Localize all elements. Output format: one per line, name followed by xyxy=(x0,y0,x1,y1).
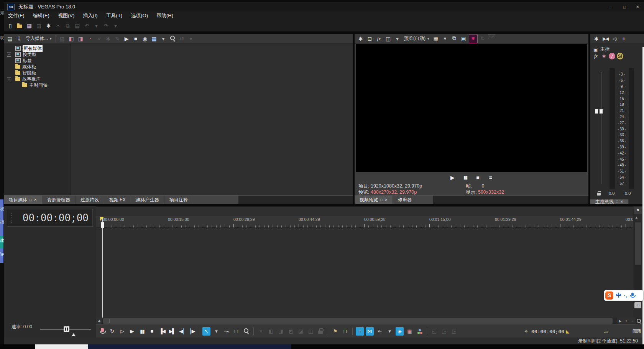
auto-ripple-icon[interactable]: ⇤ xyxy=(376,327,384,336)
tab-trimmer[interactable]: 修剪器 □ ✕ xyxy=(393,196,417,204)
zoom-tool-icon[interactable] xyxy=(636,318,642,324)
copy-icon[interactable]: ⧉ xyxy=(64,21,72,30)
prev-frame-icon[interactable]: ◀│ xyxy=(178,327,186,336)
loop-bar-icon[interactable]: ▱ xyxy=(604,325,608,338)
split-trim-start-icon[interactable]: ◩ xyxy=(287,327,295,336)
edit-media-icon[interactable]: ✎ xyxy=(113,35,122,43)
edit-tool-icon[interactable]: ↖ xyxy=(202,327,210,336)
separator[interactable] xyxy=(352,328,353,335)
rate-reset-icon[interactable] xyxy=(72,333,76,336)
record-icon[interactable] xyxy=(98,327,106,336)
save-project-icon[interactable]: ▦ xyxy=(25,21,33,30)
media-list-area[interactable] xyxy=(71,44,353,196)
capture-video-icon[interactable]: ◧ xyxy=(67,35,76,43)
selection-tool-icon[interactable]: ◻ xyxy=(232,327,240,336)
float-window-icon[interactable]: □ xyxy=(616,198,618,206)
separator[interactable] xyxy=(328,328,328,335)
views-icon[interactable]: ▦ xyxy=(150,35,158,43)
media-properties-icon[interactable]: ✱ xyxy=(104,35,112,43)
close-icon[interactable]: ✕ xyxy=(620,198,623,206)
pause-icon[interactable]: ▮▮ xyxy=(138,327,146,336)
grid-overlay-icon[interactable]: ▦ xyxy=(432,34,440,43)
bus-solo-icon[interactable]: S! xyxy=(617,53,623,59)
float-window-icon[interactable]: □ xyxy=(30,196,31,204)
scroll-left-icon[interactable]: ◀ xyxy=(96,318,102,324)
separator[interactable] xyxy=(199,328,199,335)
ime-punctuation-icon[interactable]: ·, xyxy=(624,293,627,298)
undo-icon[interactable]: ↶ xyxy=(83,21,91,30)
play-from-start-icon[interactable]: ▷ xyxy=(118,327,126,336)
bus-automation-icon[interactable]: ✱ xyxy=(601,53,607,59)
copy-frame-icon[interactable]: ⧉ xyxy=(450,34,458,43)
refresh-caret-icon[interactable]: ▾ xyxy=(187,35,195,43)
group-add-icon[interactable]: ◳ xyxy=(450,327,458,336)
external-monitor-icon[interactable]: ⊡ xyxy=(366,35,374,43)
lock-icon[interactable] xyxy=(317,327,325,336)
menu-file[interactable]: 文件(F) xyxy=(4,12,29,20)
close-icon[interactable]: ✕ xyxy=(384,196,388,204)
undo-caret-icon[interactable]: ▾ xyxy=(92,21,100,30)
tab-project-notes[interactable]: 项目注释 □ ✕ xyxy=(164,196,193,204)
redo-caret-icon[interactable]: ▾ xyxy=(112,21,120,30)
loop-playback-icon[interactable]: ↻ xyxy=(108,327,116,336)
close-button[interactable]: ✕ xyxy=(631,2,644,12)
get-media-web-icon[interactable]: ◔ xyxy=(86,35,94,43)
cut-icon[interactable]: ✂ xyxy=(54,21,62,30)
zoom-in-timeline-button[interactable]: + xyxy=(623,318,629,324)
slip-tool-icon[interactable]: ▣ xyxy=(406,327,414,336)
tab-explorer[interactable]: 资源管理器 □ ✕ xyxy=(42,196,76,204)
bus-record-icon[interactable]: ╱ xyxy=(609,53,615,59)
tree-item-storyboards[interactable]: − 故事板库 xyxy=(4,76,70,82)
video-preview-canvas[interactable] xyxy=(356,44,587,172)
redo-icon[interactable]: ↷ xyxy=(102,21,110,30)
timecode-display[interactable]: 00:00:00;00 xyxy=(7,209,93,227)
menu-help[interactable]: 帮助(H) xyxy=(152,12,177,20)
vr-preview-icon[interactable]: ↻ xyxy=(479,34,487,43)
import-media-icon[interactable]: ↧ xyxy=(15,35,23,43)
paste-icon[interactable]: ▤ xyxy=(73,21,81,30)
mixer-settings-icon[interactable]: ✱ xyxy=(592,35,600,43)
new-project-icon[interactable]: ▯ xyxy=(6,21,14,30)
master-fader-track[interactable] xyxy=(601,72,601,184)
tree-item-smart-bins[interactable]: 智能柜 xyxy=(4,70,70,76)
next-frame-icon[interactable]: │▶ xyxy=(188,327,196,336)
delete-icon[interactable]: × xyxy=(257,327,265,336)
expander-icon[interactable]: + xyxy=(7,53,11,57)
open-project-icon[interactable] xyxy=(16,21,24,30)
marker-bar[interactable] xyxy=(96,207,633,216)
track-colors-icon[interactable] xyxy=(416,327,424,336)
preview-settings-icon[interactable]: ✱ xyxy=(356,35,365,43)
cursor-position-pin-icon[interactable]: ⌖ xyxy=(522,327,530,336)
import-media-button[interactable]: 导入媒体... ▾ xyxy=(24,35,53,42)
horizontal-scroll-track[interactable] xyxy=(102,318,617,324)
extract-audio-icon[interactable]: ◨ xyxy=(77,35,85,43)
horizontal-scroll-thumb[interactable] xyxy=(103,318,613,324)
render-as-icon[interactable]: ▨ xyxy=(35,21,43,30)
slide-icon[interactable]: ◫ xyxy=(307,327,315,336)
edit-tool-caret-icon[interactable]: ▾ xyxy=(212,327,220,336)
tab-video-preview[interactable]: 视频预览 □ ✕ xyxy=(355,196,393,204)
envelope-lock-icon[interactable]: ◈ xyxy=(396,327,404,336)
sogou-logo-icon[interactable]: S xyxy=(605,291,613,300)
remove-media-icon[interactable]: × xyxy=(95,35,103,43)
trim-end-icon[interactable]: ◨ xyxy=(277,327,285,336)
lock-icon[interactable] xyxy=(596,190,602,197)
tree-item-tags[interactable]: 标签 xyxy=(4,58,70,64)
close-icon[interactable]: ✕ xyxy=(34,196,37,204)
timeline-ruler[interactable]: 00:00:00;0000:00:15;0000:00:29;2900:00:4… xyxy=(96,216,633,228)
insert-audio-bus-icon[interactable]: ◁↓ xyxy=(611,35,619,43)
preview-stop-icon[interactable]: ■ xyxy=(474,173,482,182)
cursor-timecode[interactable]: 00:00:00;00 xyxy=(531,325,564,338)
project-properties-icon[interactable]: ✱ xyxy=(44,21,53,30)
loop-preview-icon[interactable]: ◉ xyxy=(141,35,149,43)
separator[interactable] xyxy=(427,328,427,335)
scroll-right-icon[interactable]: ▶ xyxy=(617,318,623,324)
float-window-icon[interactable]: □ xyxy=(380,196,382,204)
menu-insert[interactable]: 插入(I) xyxy=(79,12,102,20)
refresh-icon[interactable]: ↺ xyxy=(178,35,186,43)
ime-voice-icon[interactable] xyxy=(629,292,635,299)
media-preview-toggle-icon[interactable]: ▨ xyxy=(58,35,66,43)
tab-transitions[interactable]: 过渡特效 □ ✕ xyxy=(76,196,104,204)
video-output-fx-icon[interactable]: fx xyxy=(375,35,383,43)
menu-tools[interactable]: 工具(T) xyxy=(102,12,127,20)
